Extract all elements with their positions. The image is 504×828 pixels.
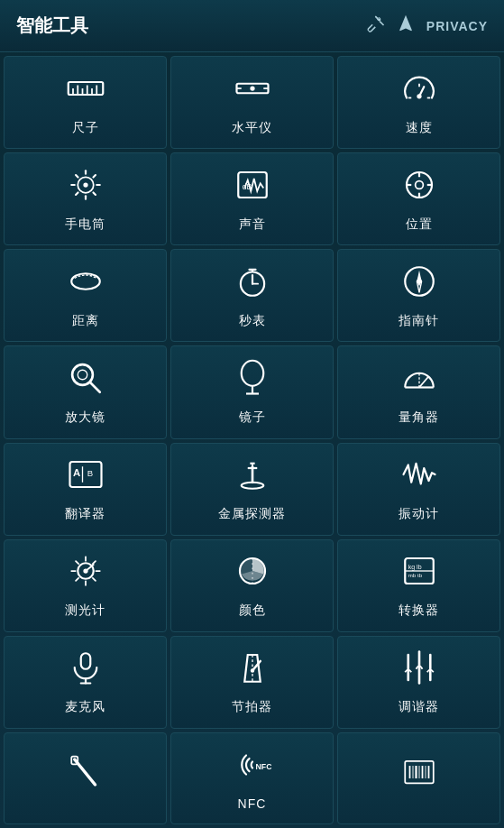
translator-label: 翻译器 — [65, 506, 105, 522]
wrench-icon[interactable] — [365, 14, 385, 39]
translator-icon: AB — [67, 455, 105, 499]
microphone-icon — [67, 649, 105, 692]
flashlight-icon — [67, 166, 105, 209]
compass-label: 指南针 — [399, 313, 439, 329]
level-icon — [234, 69, 271, 113]
compass-icon — [400, 262, 438, 306]
tool-tuner[interactable]: 调谐器 — [337, 636, 500, 729]
location-label: 位置 — [406, 216, 433, 233]
tool-translator[interactable]: AB 翻译器 — [4, 443, 167, 536]
color-icon — [234, 552, 271, 595]
svg-point-86 — [250, 669, 253, 673]
speed-label: 速度 — [406, 120, 433, 136]
svg-line-47 — [90, 382, 100, 392]
tool-metal[interactable]: 金属探测器 — [170, 443, 334, 536]
svg-point-44 — [417, 280, 420, 283]
light-label: 测光计 — [65, 603, 105, 619]
tool-light[interactable]: 测光计 — [4, 539, 167, 632]
mirror-label: 镜子 — [239, 409, 266, 426]
tool-stopwatch[interactable]: 秒表 — [170, 249, 334, 342]
metronome-icon — [234, 649, 271, 692]
svg-line-69 — [76, 561, 78, 564]
svg-marker-83 — [244, 655, 261, 682]
barcode-icon — [400, 753, 438, 796]
stopwatch-label: 秒表 — [239, 313, 266, 329]
protractor-label: 量角器 — [399, 409, 439, 426]
svg-point-13 — [417, 94, 421, 98]
svg-line-25 — [93, 175, 95, 177]
tool-converter[interactable]: kg lbmb tb 转换器 — [337, 539, 500, 632]
svg-line-71 — [92, 561, 95, 564]
speed-icon — [400, 69, 438, 113]
svg-text:kg  lb: kg lb — [408, 564, 421, 571]
magnifier-icon — [67, 359, 105, 402]
app-header: 智能工具 PRIVACY — [0, 0, 504, 52]
navigation-icon[interactable] — [396, 14, 416, 39]
mirror-icon — [234, 359, 271, 402]
app-title: 智能工具 — [16, 14, 88, 38]
svg-line-53 — [419, 376, 429, 387]
privacy-button[interactable]: PRIVACY — [426, 19, 488, 33]
metronome-label: 节拍器 — [232, 699, 272, 715]
converter-icon: kg lbmb tb — [400, 552, 438, 595]
svg-line-72 — [76, 578, 78, 581]
magnifier-label: 放大镜 — [65, 409, 105, 426]
nfc-icon: NFC — [234, 746, 271, 789]
tool-magnifier[interactable]: 放大镜 — [4, 345, 167, 438]
sound-icon: dB — [234, 166, 271, 209]
tuner-label: 调谐器 — [399, 699, 439, 715]
flashlight-label: 手电筒 — [65, 216, 105, 233]
svg-text:A: A — [73, 467, 80, 478]
svg-rect-80 — [80, 654, 90, 670]
vibration-label: 振动计 — [399, 506, 439, 522]
svg-point-35 — [71, 273, 100, 290]
ruler-label: 尺子 — [72, 120, 99, 136]
metal-icon — [234, 455, 271, 499]
header-actions: PRIVACY — [365, 14, 488, 39]
distance-icon — [67, 262, 105, 306]
tool-speed[interactable]: 速度 — [337, 56, 500, 149]
svg-point-48 — [241, 361, 263, 386]
tool-distance[interactable]: 距离 — [4, 249, 167, 342]
nfc-label: NFC — [238, 796, 267, 811]
tool-microphone[interactable]: 麦克风 — [4, 636, 167, 729]
misc1-icon — [67, 753, 105, 796]
light-icon — [67, 552, 105, 595]
svg-text:NFC: NFC — [255, 762, 271, 771]
tuner-icon — [400, 649, 438, 692]
tool-color[interactable]: 颜色 — [170, 539, 334, 632]
svg-text:B: B — [87, 468, 92, 478]
color-label: 颜色 — [239, 603, 266, 619]
svg-line-26 — [76, 192, 78, 194]
tool-location[interactable]: 位置 — [337, 152, 500, 245]
tool-ruler[interactable]: 尺子 — [4, 56, 167, 149]
tool-nfc[interactable]: NFC NFC — [170, 732, 334, 824]
tool-vibration[interactable]: 振动计 — [337, 443, 500, 536]
svg-text:mb  tb: mb tb — [408, 572, 422, 578]
distance-label: 距离 — [72, 313, 99, 329]
svg-point-9 — [250, 86, 254, 90]
tools-grid: 尺子 水平仪 速度 手电筒 dB 声音 位置 — [0, 52, 504, 828]
tool-barcode[interactable] — [337, 732, 500, 824]
tool-metronome[interactable]: 节拍器 — [170, 636, 334, 729]
tool-protractor[interactable]: 量角器 — [337, 345, 500, 438]
tool-sound[interactable]: dB 声音 — [170, 152, 334, 245]
converter-label: 转换器 — [399, 603, 439, 619]
svg-line-23 — [76, 175, 78, 177]
protractor-icon — [400, 359, 438, 402]
svg-point-30 — [415, 180, 423, 189]
tool-misc1[interactable] — [4, 732, 167, 824]
tool-flashlight[interactable]: 手电筒 — [4, 152, 167, 245]
svg-point-46 — [78, 370, 87, 380]
metal-label: 金属探测器 — [218, 506, 286, 522]
tool-compass[interactable]: 指南针 — [337, 249, 500, 342]
tool-mirror[interactable]: 镜子 — [170, 345, 334, 438]
tool-level[interactable]: 水平仪 — [170, 56, 334, 149]
stopwatch-icon — [234, 262, 271, 306]
level-label: 水平仪 — [232, 120, 272, 136]
sound-label: 声音 — [239, 216, 266, 233]
svg-line-70 — [92, 578, 95, 581]
location-icon — [400, 166, 438, 209]
vibration-icon — [400, 455, 438, 499]
svg-line-24 — [93, 192, 95, 194]
